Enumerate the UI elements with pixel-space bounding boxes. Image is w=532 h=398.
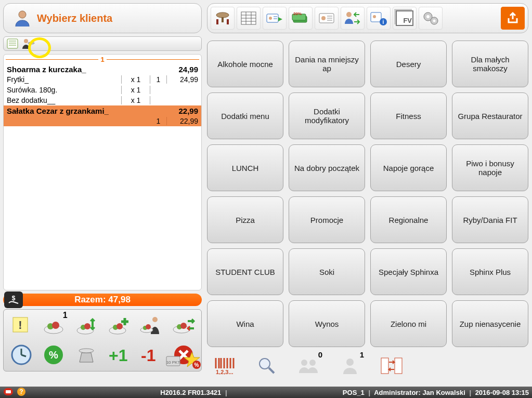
svg-point-22 [146, 324, 151, 329]
note-button[interactable]: ! [6, 312, 37, 340]
svg-text:%: % [194, 362, 199, 368]
svg-point-81 [259, 359, 270, 369]
category-button[interactable]: Fitness [370, 92, 447, 139]
list-icon[interactable] [7, 38, 18, 49]
svg-rect-89 [6, 390, 11, 393]
ticket-sequence: 1 [4, 55, 201, 64]
id-card-button[interactable] [315, 7, 339, 30]
category-button[interactable]: Piwo i bonusy napoje [452, 144, 528, 191]
help-icon[interactable]: ? [17, 387, 26, 398]
customer-card-button[interactable] [263, 7, 287, 30]
user-swap-button[interactable] [341, 7, 365, 30]
total-label: Razem: [74, 295, 106, 305]
category-button[interactable]: Dla małych smakoszy [452, 41, 528, 87]
plus-one-button[interactable]: +1 [103, 341, 134, 369]
category-button[interactable]: STUDENT CLUB [207, 248, 283, 295]
ticket-line-sub[interactable]: Surówka. 180g.x 1 [4, 85, 201, 95]
ticket-line-sub[interactable]: Bez dodatku__x 1 [4, 95, 201, 105]
transfer-button[interactable] [379, 354, 405, 377]
money-button[interactable]: 20% [289, 7, 313, 30]
status-pos: POS_1 [343, 389, 365, 396]
scale-button[interactable] [71, 341, 102, 369]
svg-text:20%: 20% [293, 11, 302, 16]
svg-point-25 [180, 323, 187, 329]
category-button[interactable]: Dodatki menu [207, 92, 283, 139]
group-count-badge: 0 [318, 350, 322, 359]
ticket-line-main[interactable]: Shoarma z kurczaka_24,99 [4, 64, 201, 74]
svg-text:!: ! [18, 319, 22, 331]
svg-point-66 [373, 15, 376, 18]
category-button[interactable]: Na dobry początek [289, 144, 365, 191]
waiter-dish-button[interactable] [135, 312, 166, 340]
svg-point-6 [28, 42, 34, 44]
svg-rect-1 [7, 39, 18, 48]
category-button[interactable]: Zielono mi [370, 300, 447, 347]
category-button[interactable]: Promocje [289, 196, 365, 243]
category-button[interactable]: Desery [370, 41, 447, 87]
ticket-line-main[interactable]: Sałatka Cezar z grzankami_22,99 [4, 105, 201, 116]
svg-point-18 [116, 323, 123, 329]
status-role: Administrator [374, 389, 418, 396]
category-button[interactable]: Dania na mniejszy ap [289, 41, 365, 87]
dish-add-button[interactable] [103, 312, 134, 340]
export-button[interactable] [501, 7, 525, 30]
ticket-line-sub[interactable]: 122,99 [4, 116, 201, 126]
category-button[interactable]: Grupa Restaurator [452, 92, 528, 139]
svg-point-53 [269, 17, 272, 20]
svg-text:+1: +1 [109, 346, 127, 365]
svg-point-70 [426, 15, 430, 18]
svg-text:10 PKT: 10 PKT [166, 360, 180, 365]
pack-button[interactable]: 10 PKT [165, 351, 183, 369]
status-version: H2016.2 FR01.3421 [160, 389, 221, 396]
category-button[interactable]: Alkohole mocne [207, 41, 283, 87]
user-info-button[interactable]: i [367, 7, 391, 30]
clock-button[interactable] [6, 341, 37, 369]
table-view-button[interactable] [211, 7, 235, 30]
svg-point-12 [52, 322, 59, 329]
ticket-line-sub[interactable]: Frytki_x 1124,99 [4, 74, 201, 85]
svg-text:%: % [49, 349, 59, 361]
svg-rect-45 [227, 19, 229, 24]
category-button[interactable]: Ryby/Dania FIT [452, 196, 528, 243]
category-button[interactable]: Zup nienasycenie [452, 300, 528, 347]
svg-rect-44 [216, 19, 218, 24]
svg-point-64 [346, 12, 352, 17]
dish-single-button[interactable]: 1 [38, 312, 69, 340]
money-hand-icon: $ [4, 291, 23, 308]
group-button[interactable]: 0 [295, 354, 321, 377]
category-button[interactable]: Napoje gorące [370, 144, 447, 191]
grid-view-button[interactable] [237, 7, 261, 30]
top-toolbar: 20% i FV [207, 3, 528, 33]
minus-one-button[interactable]: -1 [135, 341, 166, 369]
svg-text:-1: -1 [141, 346, 155, 365]
svg-point-72 [433, 20, 436, 22]
waiter-tab-icon[interactable] [21, 38, 35, 49]
settings-button[interactable] [419, 7, 443, 30]
category-button[interactable]: Soki [289, 248, 365, 295]
total-value: 47,98 [108, 295, 131, 305]
dish-move-button[interactable] [168, 312, 199, 340]
star-percent-button[interactable]: % [183, 351, 201, 369]
category-button[interactable]: Wina [207, 300, 283, 347]
barcode-button[interactable]: 1,2,3... [212, 354, 238, 377]
right-bottom-toolbar: 1,2,3... 0 1 [207, 354, 528, 377]
single-user-button[interactable]: 1 [337, 354, 363, 377]
category-button[interactable]: Pizza [207, 196, 283, 243]
search-button[interactable] [254, 354, 280, 377]
category-button[interactable]: Specjały Sphinxa [370, 248, 447, 295]
category-button[interactable]: Sphinx Plus [452, 248, 528, 295]
category-button[interactable]: LUNCH [207, 144, 283, 191]
category-button[interactable]: Regionalne [370, 196, 447, 243]
category-grid: Alkohole mocneDania na mniejszy apDesery… [207, 41, 528, 347]
total-bar[interactable]: $ Razem: 47,98 [3, 294, 202, 306]
svg-text:1,2,3...: 1,2,3... [216, 369, 233, 375]
category-button[interactable]: Dodatki modyfikatory [289, 92, 365, 139]
percent-button[interactable]: % [38, 341, 69, 369]
dish-sort-button[interactable] [71, 312, 102, 340]
category-button[interactable]: Wynos [289, 300, 365, 347]
svg-rect-87 [395, 358, 402, 374]
svg-point-85 [346, 359, 354, 366]
invoice-fv-button[interactable]: FV [393, 7, 417, 30]
select-customer-bar[interactable]: Wybierz klienta [3, 3, 202, 33]
status-bar: ? H2016.2 FR01.3421 | POS_1 | Administra… [0, 387, 532, 398]
